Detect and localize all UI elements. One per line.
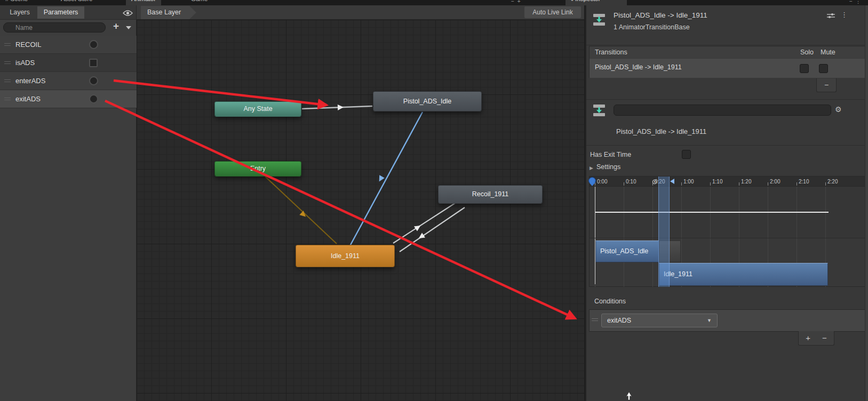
mouse-cursor — [625, 392, 633, 401]
auto-live-link-button[interactable]: Auto Live Link — [524, 6, 581, 18]
parameter-row-recoil[interactable]: RECOIL — [0, 36, 137, 54]
condition-parameter-dropdown[interactable]: exitADS ▼ — [601, 314, 718, 327]
parameter-name: RECOIL — [15, 41, 41, 49]
inspector-scrollbar[interactable] — [865, 5, 868, 401]
drag-handle-icon[interactable] — [4, 43, 11, 46]
timeline-ruler[interactable]: 0:00 0:10 0:20 1:00 1:10 1:20 2:00 2:10 … — [590, 177, 865, 187]
ruler-tick: 1:00 — [683, 179, 694, 185]
tab-animator[interactable]: Animator — [126, 0, 161, 5]
ruler-tick: 0:10 — [626, 179, 636, 185]
inspector-pane-corner-icons[interactable]: −⋮ — [849, 0, 864, 4]
presets-icon[interactable] — [827, 12, 835, 21]
top-tab-strip: # Scene Asset Store Animator Game −+ ● I… — [0, 0, 868, 5]
condition-value: exitADS — [607, 317, 631, 324]
side-panel-tabbar: Layers Parameters — [0, 5, 136, 20]
inspector-subtitle: 1 AnimatorTransitionBase — [614, 23, 690, 31]
plus-icon: + — [517, 0, 524, 4]
parameter-name: isADS — [15, 59, 35, 67]
has-exit-time-checkbox[interactable] — [682, 150, 691, 159]
tab-scene[interactable]: # Scene — [0, 0, 33, 5]
parameter-search-row: + — [0, 20, 136, 36]
bool-checkbox[interactable] — [89, 59, 98, 67]
timeline-zero-line — [595, 187, 595, 284]
parameter-row-enterads[interactable]: enterADS — [0, 72, 137, 90]
animator-graph-canvas[interactable] — [137, 20, 584, 401]
ruler-tick: 1:20 — [741, 179, 751, 185]
add-condition-button[interactable]: + — [801, 333, 815, 342]
transition-curve-line[interactable] — [595, 212, 829, 213]
mute-checkbox[interactable] — [819, 64, 828, 73]
transition-full-label: Pistol_ADS_Idle -> Idle_1911 — [616, 127, 706, 135]
eye-icon[interactable] — [123, 10, 133, 18]
ruler-tick: 2:00 — [770, 179, 780, 185]
timeline-block-source[interactable]: Pistol_ADS_Idle — [595, 240, 659, 262]
transition-name-field[interactable] — [614, 105, 831, 116]
transitions-list-box: Transitions Solo Mute Pistol_ADS_Idle ->… — [589, 46, 866, 78]
solo-checkbox[interactable] — [800, 64, 809, 73]
add-parameter-button[interactable]: + — [111, 20, 133, 34]
ruler-tick: 2:20 — [827, 179, 838, 185]
gear-icon[interactable]: ⚙ — [835, 105, 842, 114]
kebab-menu-icon[interactable]: ⋮ — [841, 11, 848, 19]
inspector-tab-dot-icon: ● — [571, 0, 574, 2]
trigger-radio[interactable] — [89, 40, 98, 49]
tab-inspector[interactable]: ● Inspector — [566, 0, 627, 5]
inspector-panel: Pistol_ADS_Idle -> Idle_1911 1 AnimatorT… — [585, 5, 868, 401]
plus-icon: + — [113, 20, 119, 32]
transition-duration-band[interactable] — [658, 177, 670, 287]
conditions-list-box: exitADS ▼ — [589, 309, 866, 332]
chevron-down-icon — [126, 26, 131, 29]
search-input[interactable] — [3, 22, 106, 33]
ruler-tick: 0:00 — [597, 179, 607, 185]
trigger-radio[interactable] — [89, 76, 98, 85]
parameter-row-exitads[interactable]: exitADS — [0, 90, 137, 108]
trigger-radio[interactable] — [89, 94, 98, 103]
parameter-name: enterADS — [15, 77, 45, 85]
state-node-entry[interactable]: Entry — [214, 161, 301, 177]
drag-handle-icon[interactable] — [4, 61, 11, 64]
state-node-recoil-1911[interactable]: Recoil_1911 — [438, 185, 543, 204]
breadcrumb[interactable]: Base Layer — [141, 6, 196, 19]
tab-parameters[interactable]: Parameters — [37, 6, 84, 19]
condition-add-remove-buttons: + − — [798, 331, 834, 346]
solo-column-header: Solo — [800, 49, 814, 56]
timeline-block-destination[interactable]: Idle_1911 — [659, 263, 828, 286]
tab-layers[interactable]: Layers — [4, 6, 35, 19]
minus-icon: − — [849, 0, 856, 4]
playhead-pin[interactable] — [588, 177, 596, 188]
drag-handle-icon[interactable] — [4, 98, 11, 100]
minus-icon: − — [511, 0, 517, 4]
drag-handle-icon[interactable] — [4, 79, 11, 82]
unity-editor-window: # Scene Asset Store Animator Game −+ ● I… — [0, 0, 868, 401]
foldout-arrow-icon[interactable]: ▶ — [590, 165, 593, 171]
chevron-down-icon: ▼ — [707, 314, 712, 327]
drag-handle-icon[interactable] — [592, 318, 598, 321]
transition-end-handle[interactable] — [670, 179, 674, 184]
animator-pane-corner-icons[interactable]: −+ — [511, 0, 524, 4]
tab-asset-store[interactable]: Asset Store — [55, 0, 98, 5]
parameter-row-isads[interactable]: isADS — [0, 54, 137, 72]
ruler-tick: 2:10 — [799, 179, 809, 185]
transition-list-row[interactable]: Pistol_ADS_Idle -> Idle_1911 — [590, 58, 865, 78]
has-exit-time-label: Has Exit Time — [590, 151, 631, 158]
state-node-pistol-ads-idle[interactable]: Pistol_ADS_Idle — [373, 91, 482, 111]
inspector-title: Pistol_ADS_Idle -> Idle_1911 — [614, 11, 707, 19]
remove-condition-button[interactable]: − — [817, 333, 832, 342]
transition-timeline[interactable]: 0:00 0:10 0:20 1:00 1:10 1:20 2:00 2:10 … — [589, 176, 866, 287]
settings-foldout-label[interactable]: Settings — [596, 163, 620, 171]
kebab-icon: ⋮ — [856, 0, 864, 4]
animator-transition-icon — [592, 13, 606, 27]
mute-column-header: Mute — [821, 49, 835, 56]
state-node-idle-1911[interactable]: Idle_1911 — [296, 245, 395, 267]
parameter-name: exitADS — [15, 95, 41, 103]
state-node-any-state[interactable]: Any State — [214, 101, 301, 117]
transition-start-handle-icon[interactable] — [652, 179, 657, 186]
transition-row-label: Pistol_ADS_Idle -> Idle_1911 — [595, 63, 682, 71]
remove-transition-button[interactable]: − — [816, 78, 837, 92]
tab-game[interactable]: Game — [186, 0, 213, 5]
graph-toolbar: Base Layer Auto Live Link — [137, 5, 584, 20]
conditions-header: Conditions — [594, 298, 626, 305]
animator-side-panel: Layers Parameters + RECOIL isADS — [0, 5, 137, 401]
animator-transition-icon — [592, 103, 606, 117]
ruler-tick: 1:10 — [712, 179, 722, 185]
